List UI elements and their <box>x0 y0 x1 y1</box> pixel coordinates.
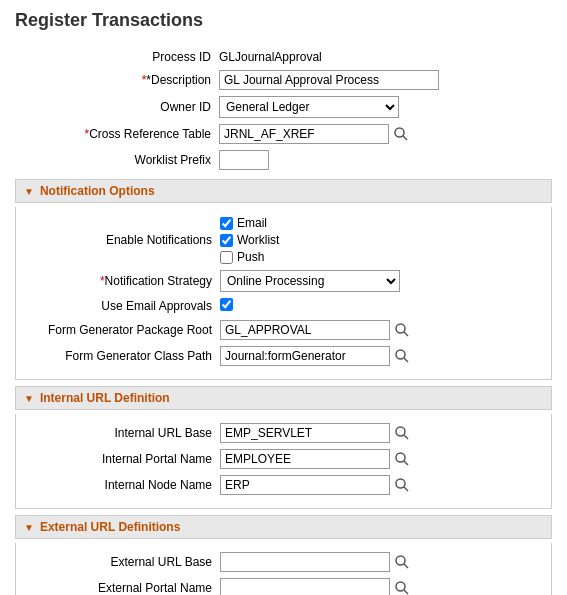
form-gen-class-input-group <box>220 346 547 366</box>
worklist-prefix-row: Worklist Prefix <box>15 147 552 173</box>
internal-portal-search-button[interactable] <box>392 451 412 467</box>
email-checkbox[interactable] <box>220 217 233 230</box>
svg-point-14 <box>396 582 405 591</box>
process-id-label: Process ID <box>15 47 215 67</box>
page-title: Register Transactions <box>15 10 552 35</box>
enable-notifications-label: Enable Notifications <box>16 213 216 267</box>
internal-node-name-cell <box>216 472 551 498</box>
svg-point-6 <box>396 427 405 436</box>
worklist-prefix-cell <box>215 147 552 173</box>
internal-url-base-row: Internal URL Base <box>16 420 551 446</box>
notification-form-table: Enable Notifications Email Worklist <box>16 213 551 369</box>
external-url-base-input[interactable] <box>220 552 390 572</box>
email-checkbox-item: Email <box>220 216 547 230</box>
svg-line-3 <box>404 332 408 336</box>
internal-url-base-label: Internal URL Base <box>16 420 216 446</box>
external-url-section: ▼ External URL Definitions External URL … <box>15 515 552 595</box>
svg-point-8 <box>396 453 405 462</box>
external-url-collapse-arrow[interactable]: ▼ <box>24 522 34 533</box>
external-url-section-header[interactable]: ▼ External URL Definitions <box>15 515 552 539</box>
use-email-approvals-label: Use Email Approvals <box>16 295 216 317</box>
svg-line-1 <box>403 136 407 140</box>
internal-portal-input-group <box>220 449 547 469</box>
internal-node-input-group <box>220 475 547 495</box>
internal-url-base-cell <box>216 420 551 446</box>
internal-portal-name-row: Internal Portal Name <box>16 446 551 472</box>
internal-portal-name-label: Internal Portal Name <box>16 446 216 472</box>
external-url-section-title: External URL Definitions <box>40 520 180 534</box>
internal-url-section: ▼ Internal URL Definition Internal URL B… <box>15 386 552 509</box>
notification-collapse-arrow[interactable]: ▼ <box>24 186 34 197</box>
form-gen-pkg-cell <box>216 317 551 343</box>
cross-ref-search-icon <box>393 126 409 142</box>
form-gen-class-row: Form Generator Class Path <box>16 343 551 369</box>
notification-strategy-label: *Notification Strategy <box>16 267 216 295</box>
description-row: **Description <box>15 67 552 93</box>
internal-url-base-search-icon <box>394 425 410 441</box>
worklist-checkbox[interactable] <box>220 234 233 247</box>
description-value-cell <box>215 67 552 93</box>
external-portal-name-row: External Portal Name <box>16 575 551 595</box>
notifications-checkbox-group: Email Worklist Push <box>220 216 547 264</box>
svg-point-4 <box>396 350 405 359</box>
description-label: **Description <box>15 67 215 93</box>
external-portal-name-input[interactable] <box>220 578 390 595</box>
form-gen-pkg-input[interactable] <box>220 320 390 340</box>
external-portal-input-group <box>220 578 547 595</box>
internal-url-base-input[interactable] <box>220 423 390 443</box>
internal-portal-search-icon <box>394 451 410 467</box>
internal-url-section-header[interactable]: ▼ Internal URL Definition <box>15 386 552 410</box>
push-checkbox-item: Push <box>220 250 547 264</box>
notification-section-header[interactable]: ▼ Notification Options <box>15 179 552 203</box>
svg-line-13 <box>404 564 408 568</box>
form-gen-class-label: Form Generator Class Path <box>16 343 216 369</box>
notification-strategy-cell: Online Processing <box>216 267 551 295</box>
external-url-base-search-icon <box>394 554 410 570</box>
external-url-base-input-group <box>220 552 547 572</box>
main-form-table: Process ID GLJournalApproval **Descripti… <box>15 47 552 173</box>
svg-line-11 <box>404 487 408 491</box>
owner-id-select[interactable]: General Ledger <box>219 96 399 118</box>
internal-node-name-label: Internal Node Name <box>16 472 216 498</box>
use-email-approvals-cell <box>216 295 551 317</box>
form-gen-pkg-row: Form Generator Package Root <box>16 317 551 343</box>
notification-section-title: Notification Options <box>40 184 155 198</box>
internal-node-name-input[interactable] <box>220 475 390 495</box>
cross-ref-cell <box>215 121 552 147</box>
owner-id-cell: General Ledger <box>215 93 552 121</box>
worklist-prefix-label: Worklist Prefix <box>15 147 215 173</box>
process-id-row: Process ID GLJournalApproval <box>15 47 552 67</box>
internal-node-search-icon <box>394 477 410 493</box>
cross-ref-label: *Cross Reference Table <box>15 121 215 147</box>
external-url-base-cell <box>216 549 551 575</box>
process-id-text: GLJournalApproval <box>219 50 322 64</box>
cross-ref-search-button[interactable] <box>391 126 411 142</box>
form-gen-class-input[interactable] <box>220 346 390 366</box>
enable-notifications-row: Enable Notifications Email Worklist <box>16 213 551 267</box>
svg-point-10 <box>396 479 405 488</box>
svg-line-7 <box>404 435 408 439</box>
internal-portal-name-input[interactable] <box>220 449 390 469</box>
worklist-prefix-input[interactable] <box>219 150 269 170</box>
internal-node-name-row: Internal Node Name <box>16 472 551 498</box>
page-container: Register Transactions Process ID GLJourn… <box>0 0 567 595</box>
external-url-base-row: External URL Base <box>16 549 551 575</box>
push-checkbox[interactable] <box>220 251 233 264</box>
internal-node-search-button[interactable] <box>392 477 412 493</box>
worklist-checkbox-item: Worklist <box>220 233 547 247</box>
enable-notifications-cell: Email Worklist Push <box>216 213 551 267</box>
description-input[interactable] <box>219 70 439 90</box>
internal-url-base-search-button[interactable] <box>392 425 412 441</box>
external-portal-search-button[interactable] <box>392 580 412 595</box>
svg-point-0 <box>395 128 404 137</box>
form-gen-pkg-search-button[interactable] <box>392 322 412 338</box>
external-url-base-search-button[interactable] <box>392 554 412 570</box>
owner-id-label: Owner ID <box>15 93 215 121</box>
cross-ref-input[interactable] <box>219 124 389 144</box>
use-email-approvals-checkbox[interactable] <box>220 298 233 311</box>
internal-url-collapse-arrow[interactable]: ▼ <box>24 393 34 404</box>
notification-strategy-select[interactable]: Online Processing <box>220 270 400 292</box>
svg-line-5 <box>404 358 408 362</box>
internal-url-base-input-group <box>220 423 547 443</box>
form-gen-class-search-button[interactable] <box>392 348 412 364</box>
